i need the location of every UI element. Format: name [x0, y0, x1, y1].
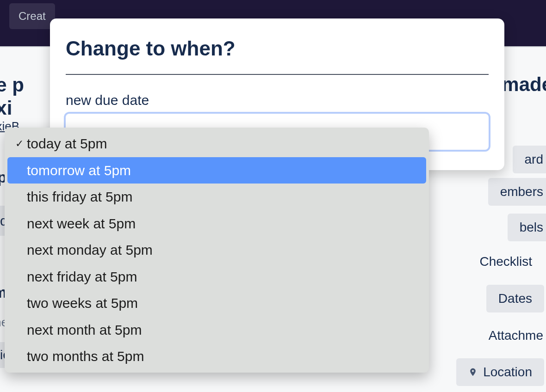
modal-divider: [66, 74, 489, 75]
sidebar-item-card-fragment[interactable]: ard: [513, 146, 546, 173]
sidebar-item-label: Location: [483, 365, 532, 380]
date-option-label: next month at 5pm: [27, 321, 142, 339]
date-option-label: next week at 5pm: [27, 215, 136, 233]
date-option-label: tomorrow at 5pm: [27, 162, 131, 179]
date-option-label: next monday at 5pm: [27, 241, 153, 259]
date-option[interactable]: two weeks at 5pm: [7, 290, 426, 317]
sidebar-item-location[interactable]: Location: [456, 358, 544, 386]
modal-title: Change to when?: [66, 37, 489, 60]
date-option-label: today at 5pm: [27, 135, 107, 153]
location-icon: [468, 366, 478, 379]
create-button[interactable]: Creat: [9, 3, 55, 29]
made-label-fragment: made: [502, 74, 546, 96]
sidebar-item-checklist[interactable]: Checklist: [467, 248, 544, 276]
card-title-fragment: ate p: [0, 74, 24, 97]
date-option-label: two months at 5pm: [27, 348, 144, 365]
due-date-label: new due date: [66, 92, 489, 108]
sidebar-item-members-fragment[interactable]: embers: [488, 178, 546, 206]
date-option[interactable]: tomorrow at 5pm: [7, 157, 426, 184]
sidebar-item-labels-fragment[interactable]: bels: [508, 214, 546, 241]
date-option[interactable]: two months at 5pm: [7, 343, 426, 370]
card-title-fragment-2: pixi: [0, 97, 12, 119]
date-option[interactable]: this friday at 5pm: [7, 184, 426, 210]
date-option-label: next friday at 5pm: [27, 268, 137, 286]
date-option-label: two weeks at 5pm: [27, 294, 138, 312]
date-option[interactable]: ✓today at 5pm: [7, 130, 426, 157]
sidebar-item-dates[interactable]: Dates: [486, 285, 544, 312]
date-option[interactable]: next friday at 5pm: [7, 263, 426, 290]
sidebar-item-attachment-fragment[interactable]: Attachme: [477, 322, 546, 349]
date-option[interactable]: next monday at 5pm: [7, 237, 426, 263]
date-option[interactable]: next week at 5pm: [7, 210, 426, 237]
date-options-dropdown[interactable]: ✓today at 5pmtomorrow at 5pmthis friday …: [5, 128, 429, 373]
date-option[interactable]: next month at 5pm: [7, 317, 426, 343]
check-icon: ✓: [12, 137, 27, 150]
date-option-label: this friday at 5pm: [27, 188, 132, 206]
